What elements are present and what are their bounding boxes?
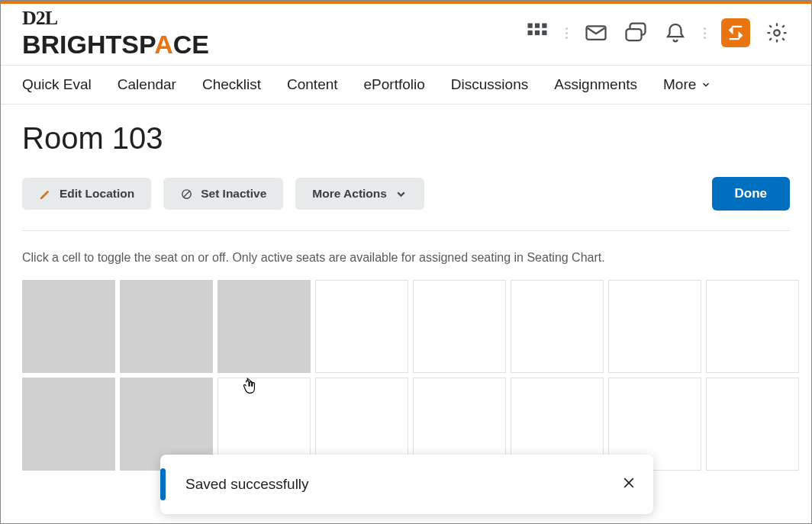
seat-cell[interactable] [315, 280, 408, 373]
svg-rect-8 [627, 29, 642, 40]
bell-icon[interactable] [662, 20, 688, 46]
divider-dots [564, 27, 569, 39]
seat-grid [22, 280, 790, 471]
nav-assignments[interactable]: Assignments [554, 76, 637, 93]
close-icon[interactable] [621, 475, 636, 493]
toast-accent-bar [160, 468, 166, 500]
more-actions-button[interactable]: More Actions [295, 178, 424, 210]
done-button[interactable]: Done [712, 177, 791, 211]
instruction-text: Click a cell to toggle the seat on or of… [22, 251, 790, 265]
svg-rect-5 [542, 31, 546, 35]
chevron-down-icon [395, 188, 408, 201]
nav-eportfolio[interactable]: ePortfolio [364, 76, 425, 93]
course-switcher-icon[interactable] [721, 18, 750, 47]
svg-rect-4 [535, 31, 540, 35]
chat-icon[interactable] [623, 20, 649, 46]
nav-checklist[interactable]: Checklist [202, 76, 261, 93]
toast-message: Saved successfully [185, 476, 621, 493]
page-title: Room 103 [22, 121, 790, 156]
edit-location-button[interactable]: Edit Location [22, 178, 151, 210]
brand-logo[interactable]: D2L BRIGHTSPACE [22, 8, 209, 57]
seat-cell[interactable] [706, 378, 799, 471]
mail-icon[interactable] [583, 20, 609, 46]
nav-calendar[interactable]: Calendar [118, 76, 176, 93]
divider-dots [702, 27, 707, 39]
main-content: Room 103 Edit Location Set Inactive More… [1, 104, 811, 471]
svg-rect-3 [528, 31, 533, 35]
pencil-icon [39, 188, 52, 201]
brand-top-text: D2L [22, 8, 209, 28]
svg-rect-2 [542, 24, 546, 28]
seat-cell[interactable] [22, 280, 115, 373]
seat-cell[interactable] [706, 280, 799, 373]
action-toolbar: Edit Location Set Inactive More Actions … [22, 177, 790, 211]
brand-bottom-text: BRIGHTSPACE [22, 31, 209, 57]
apps-icon[interactable] [524, 20, 550, 46]
gear-icon[interactable] [764, 20, 790, 46]
svg-rect-1 [535, 24, 540, 28]
prohibit-icon [180, 188, 193, 201]
svg-point-9 [774, 30, 780, 36]
set-inactive-button[interactable]: Set Inactive [163, 178, 283, 210]
chevron-down-icon [701, 79, 711, 90]
seat-cell[interactable] [120, 280, 213, 373]
nav-discussions[interactable]: Discussions [451, 76, 528, 93]
nav-more[interactable]: More [663, 76, 711, 93]
top-header: D2L BRIGHTSPACE [1, 4, 811, 66]
nav-quick-eval[interactable]: Quick Eval [22, 76, 92, 93]
seat-cell[interactable] [413, 280, 506, 373]
nav-bar: Quick Eval Calendar Checklist Content eP… [1, 66, 811, 104]
header-icon-group [524, 18, 790, 47]
seat-cell[interactable] [511, 280, 604, 373]
seat-cell[interactable] [22, 378, 115, 471]
seat-cell[interactable] [608, 280, 701, 373]
svg-line-11 [183, 191, 190, 198]
svg-rect-0 [528, 24, 533, 28]
nav-content[interactable]: Content [287, 76, 338, 93]
seat-cell[interactable] [218, 280, 311, 373]
divider [22, 230, 790, 231]
toast-notification: Saved successfully [160, 455, 653, 514]
